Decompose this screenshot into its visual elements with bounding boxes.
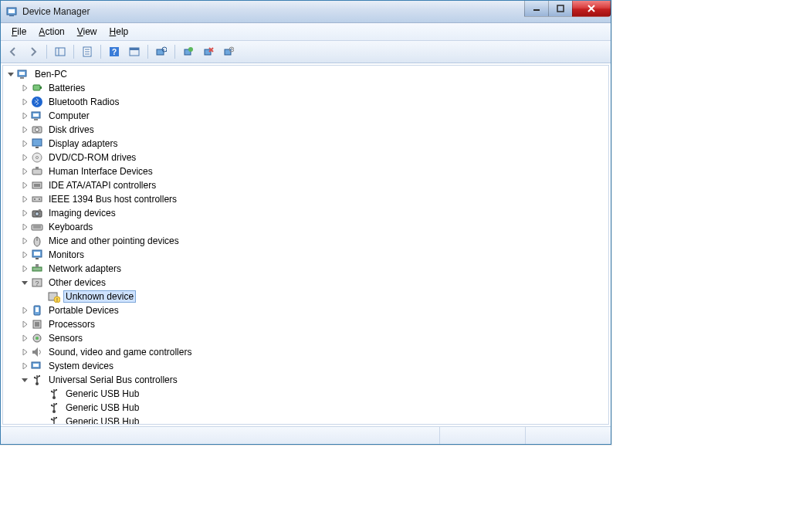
tree-node-label[interactable]: Monitors — [46, 249, 86, 261]
tree-child-label[interactable]: Generic USB Hub — [63, 415, 141, 424]
tree-node-label[interactable]: DVD/CD-ROM drives — [46, 151, 138, 164]
tree-node[interactable]: Bluetooth Radios — [5, 95, 608, 109]
title-bar[interactable]: Device Manager — [1, 1, 611, 23]
tree-node[interactable]: Batteries — [5, 81, 608, 95]
tree-node-label[interactable]: Mice and other pointing devices — [46, 235, 181, 247]
tree-node-label[interactable]: Processors — [46, 318, 97, 330]
expander-icon[interactable] — [20, 347, 29, 357]
tree-child-node[interactable]: Generic USB Hub — [5, 415, 608, 424]
tree-root[interactable]: Ben-PC — [5, 67, 608, 81]
maximize-button[interactable] — [548, 1, 573, 17]
expander-icon[interactable] — [20, 125, 29, 134]
tree-node-label[interactable]: Bluetooth Radios — [46, 96, 121, 108]
expander-icon[interactable] — [20, 264, 29, 273]
action-button[interactable] — [125, 42, 144, 61]
tree-node[interactable]: ?Other devices — [5, 276, 608, 290]
tree-node-label[interactable]: IDE ATA/ATAPI controllers — [46, 179, 158, 191]
expander-icon[interactable] — [20, 236, 29, 246]
tree-node-label[interactable]: Network adapters — [46, 263, 124, 275]
expander-icon[interactable] — [20, 83, 29, 93]
back-button[interactable] — [4, 42, 22, 61]
tree-root-label[interactable]: Ben-PC — [32, 68, 69, 80]
tree-node-label[interactable]: Imaging devices — [46, 207, 118, 219]
window-controls — [525, 1, 611, 16]
tree-child-label[interactable]: Unknown device — [63, 290, 136, 303]
expander-icon[interactable] — [20, 222, 29, 232]
expander-icon[interactable] — [20, 167, 29, 176]
tree-node-label[interactable]: Universal Serial Bus controllers — [46, 374, 180, 386]
expander-icon[interactable] — [20, 375, 29, 385]
tree-node[interactable]: DVD/CD-ROM drives — [5, 151, 608, 164]
tree-node[interactable]: Mice and other pointing devices — [5, 234, 608, 248]
svg-rect-74 — [39, 375, 40, 377]
tree-node-label[interactable]: Display adapters — [46, 137, 120, 150]
expander-icon[interactable] — [20, 153, 29, 162]
tree-node-label[interactable]: Keyboards — [46, 221, 95, 233]
tree-node-label[interactable]: Other devices — [46, 276, 108, 289]
close-button[interactable] — [572, 1, 611, 17]
computer-icon — [17, 68, 29, 80]
tree-child-label[interactable]: Generic USB Hub — [63, 388, 141, 400]
tree-node[interactable]: Monitors — [5, 248, 608, 262]
menu-file[interactable]: File — [5, 25, 32, 39]
expander-icon[interactable] — [20, 181, 29, 190]
tree-child-node[interactable]: Generic USB Hub — [5, 387, 608, 401]
tree-node[interactable]: Portable Devices — [5, 303, 608, 317]
tree-node-label[interactable]: Human Interface Devices — [46, 165, 155, 178]
tree-node[interactable]: Keyboards — [5, 220, 608, 234]
tree-node[interactable]: Computer — [5, 109, 608, 123]
expander-icon[interactable] — [20, 278, 29, 287]
minimize-button[interactable] — [524, 1, 549, 17]
tree-child-node[interactable]: !Unknown device — [5, 290, 608, 303]
expander-icon[interactable] — [20, 111, 29, 120]
expander-icon[interactable] — [20, 208, 29, 218]
expander-icon[interactable] — [20, 139, 29, 148]
menu-view[interactable]: View — [71, 25, 103, 39]
svg-rect-56 — [32, 267, 42, 271]
expander-icon[interactable] — [20, 195, 29, 204]
expander-icon[interactable] — [6, 69, 15, 79]
tree-node[interactable]: IDE ATA/ATAPI controllers — [5, 178, 608, 192]
expander-icon[interactable] — [20, 97, 29, 107]
show-hide-tree-button[interactable] — [51, 42, 69, 61]
tree-node-label[interactable]: Sensors — [46, 332, 85, 344]
tree-node[interactable]: Imaging devices — [5, 206, 608, 220]
svg-point-73 — [34, 377, 36, 378]
tree-node-label[interactable]: Batteries — [46, 82, 87, 94]
tree-node[interactable]: Processors — [5, 317, 608, 331]
svg-rect-54 — [34, 252, 40, 256]
tree-node-label[interactable]: Sound, video and game controllers — [46, 346, 194, 358]
tree-node[interactable]: Disk drives — [5, 123, 608, 137]
tree-child-node[interactable]: Generic USB Hub — [5, 401, 608, 415]
expander-icon[interactable] — [20, 334, 29, 343]
menu-action[interactable]: Action — [32, 25, 70, 39]
expander-icon[interactable] — [20, 306, 29, 315]
tree-node[interactable]: Network adapters — [5, 262, 608, 276]
tree-node[interactable]: System devices — [5, 359, 608, 373]
tree-node[interactable]: Sensors — [5, 331, 608, 345]
tree-node[interactable]: Human Interface Devices — [5, 164, 608, 178]
tree-node-label[interactable]: System devices — [46, 360, 116, 372]
expander-icon[interactable] — [20, 320, 29, 329]
tree-node[interactable]: Universal Serial Bus controllers — [5, 373, 608, 387]
tree-node-label[interactable]: Computer — [46, 110, 92, 122]
menu-help[interactable]: Help — [103, 25, 135, 39]
tree-node-label[interactable]: IEEE 1394 Bus host controllers — [46, 193, 179, 205]
hid-icon — [31, 165, 43, 178]
enable-button[interactable] — [179, 42, 198, 61]
tree-node-label[interactable]: Portable Devices — [46, 304, 121, 317]
update-driver-button[interactable] — [219, 42, 238, 61]
tree-node-label[interactable]: Disk drives — [46, 124, 97, 136]
properties-button[interactable] — [78, 42, 97, 61]
tree-node[interactable]: IEEE 1394 Bus host controllers — [5, 192, 608, 206]
forward-button[interactable] — [24, 42, 42, 61]
device-tree[interactable]: Ben-PCBatteriesBluetooth RadiosComputerD… — [3, 66, 608, 424]
scan-hardware-button[interactable] — [152, 42, 171, 61]
expander-icon[interactable] — [20, 250, 29, 259]
tree-child-label[interactable]: Generic USB Hub — [63, 402, 141, 414]
tree-node[interactable]: Display adapters — [5, 137, 608, 151]
expander-icon[interactable] — [20, 361, 29, 371]
tree-node[interactable]: Sound, video and game controllers — [5, 345, 608, 359]
help-button[interactable]: ? — [105, 42, 124, 61]
uninstall-button[interactable] — [199, 42, 218, 61]
